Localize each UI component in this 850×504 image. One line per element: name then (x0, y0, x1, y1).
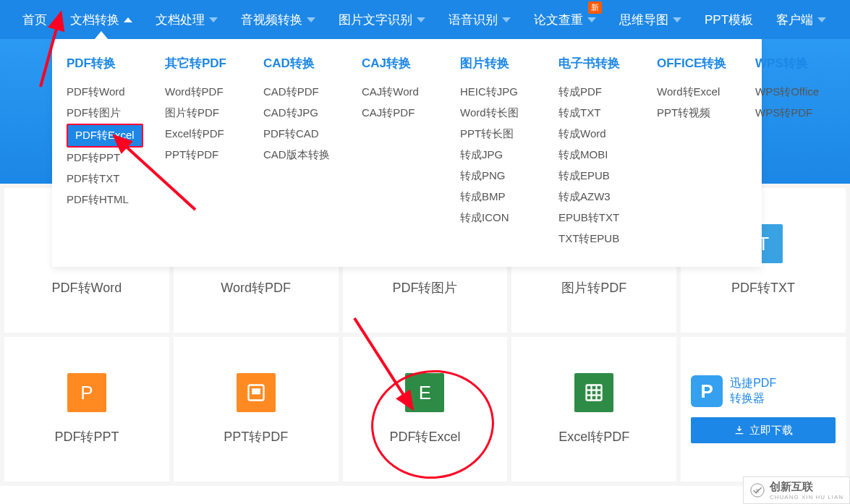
caret-down-icon (673, 17, 681, 22)
feature-label: PDF转图片 (392, 279, 457, 296)
caret-down-icon (502, 17, 511, 22)
dropdown-col-title: WPS转换 (755, 55, 828, 72)
dropdown-item[interactable]: EPUB转TXT (558, 208, 631, 228)
dropdown-item[interactable]: CAD版本转换 (263, 145, 336, 166)
nav-item-2[interactable]: 音视频转换 (229, 0, 327, 39)
ppt2-icon (237, 373, 276, 412)
caret-down-icon (209, 17, 218, 22)
dropdown-item[interactable]: PDF转Word (67, 82, 139, 103)
dropdown-col-title: 图片转换 (460, 55, 532, 72)
dropdown-col-title: OFFICE转换 (657, 55, 729, 72)
feature-card[interactable]: PPT转PDF (174, 337, 339, 482)
dropdown-item[interactable]: 转成Word (558, 124, 631, 145)
dropdown-col-title: CAD转换 (263, 55, 336, 72)
download-button[interactable]: 立即下载 (691, 417, 836, 443)
nav-item-7[interactable]: PPT模板 (693, 0, 765, 39)
excel2-icon (574, 373, 613, 412)
dropdown-item[interactable]: CAD转PDF (263, 82, 336, 103)
nav-item-8[interactable]: 客户端 (765, 0, 838, 39)
dropdown-col-title: 其它转PDF (165, 55, 237, 72)
feature-card[interactable]: PPDF转PPT (4, 337, 169, 482)
promo-title: 迅捷PDF转换器 (730, 376, 776, 406)
caret-down-icon (817, 17, 826, 22)
caret-down-icon (417, 17, 425, 22)
dropdown-item[interactable]: 转成MOBI (558, 145, 631, 166)
dropdown-item[interactable]: Word转Excel (657, 82, 729, 103)
footer-brand-sub: CHUANG XIN HU LIAN (770, 494, 843, 500)
caret-down-icon (587, 17, 596, 22)
dropdown-item[interactable]: 转成EPUB (558, 166, 631, 187)
feature-label: Excel转PDF (558, 428, 629, 445)
footer-brand-text: 创新互联 (770, 480, 813, 492)
nav-item-6[interactable]: 思维导图 (608, 0, 693, 39)
dropdown-col-title: CAJ转换 (362, 55, 434, 72)
feature-label: PDF转TXT (731, 279, 795, 296)
feature-label: Word转PDF (221, 279, 291, 296)
dropdown-item[interactable]: TXT转EPUB (558, 228, 631, 249)
dropdown-item[interactable]: WPS转PDF (755, 103, 828, 124)
feature-label: PDF转PPT (54, 428, 119, 445)
nav-item-1[interactable]: 文档处理 (144, 0, 229, 39)
dropdown-item[interactable]: 转成PNG (460, 166, 532, 187)
dropdown-item[interactable]: HEIC转JPG (460, 82, 532, 103)
dropdown-item[interactable]: CAD转JPG (263, 103, 336, 124)
caret-up-icon (124, 17, 132, 22)
app-icon: P (691, 375, 723, 407)
dropdown-item[interactable]: Word转PDF (165, 82, 237, 103)
feature-card[interactable]: Excel转PDF (511, 337, 676, 482)
top-navbar: 首页 文档转换文档处理音视频转换图片文字识别语音识别论文查重新思维导图PPT模板… (0, 0, 850, 39)
dropdown-item[interactable]: 转成TXT (558, 103, 631, 124)
footer-brand: X 创新互联 CHUANG XIN HU LIAN (743, 477, 850, 504)
dropdown-item[interactable]: 转成AZW3 (558, 187, 631, 208)
nav-item-4[interactable]: 语音识别 (437, 0, 522, 39)
dropdown-item[interactable]: PPT转长图 (460, 124, 532, 145)
promo-card: P迅捷PDF转换器立即下载 (681, 337, 846, 482)
download-icon (734, 424, 745, 436)
dropdown-item[interactable]: 转成ICON (460, 208, 532, 228)
dropdown-item[interactable]: 转成PDF (558, 82, 631, 103)
dropdown-item[interactable]: CAJ转PDF (362, 103, 434, 124)
dropdown-col-title: PDF转换 (67, 55, 139, 72)
svg-rect-3 (252, 388, 260, 394)
feature-label: PDF转Word (52, 279, 122, 296)
dropdown-col-title: 电子书转换 (558, 55, 631, 72)
new-badge: 新 (588, 1, 602, 14)
svg-rect-4 (587, 385, 602, 401)
dropdown-item[interactable]: PDF转CAD (263, 124, 336, 145)
ppt-icon: P (67, 373, 106, 412)
feature-label: PPT转PDF (224, 428, 288, 445)
dropdown-item[interactable]: WPS转Office (755, 82, 828, 103)
dropdown-item[interactable]: 转成JPG (460, 145, 532, 166)
feature-label: 图片转PDF (561, 279, 626, 296)
dropdown-item[interactable]: CAJ转Word (362, 82, 434, 103)
dropdown-item[interactable]: 转成BMP (460, 187, 532, 208)
svg-text:X: X (755, 487, 759, 494)
caret-down-icon (307, 17, 315, 22)
dropdown-item[interactable]: Word转长图 (460, 103, 532, 124)
dropdown-item[interactable]: PPT转视频 (657, 103, 729, 124)
nav-item-3[interactable]: 图片文字识别 (327, 0, 437, 39)
